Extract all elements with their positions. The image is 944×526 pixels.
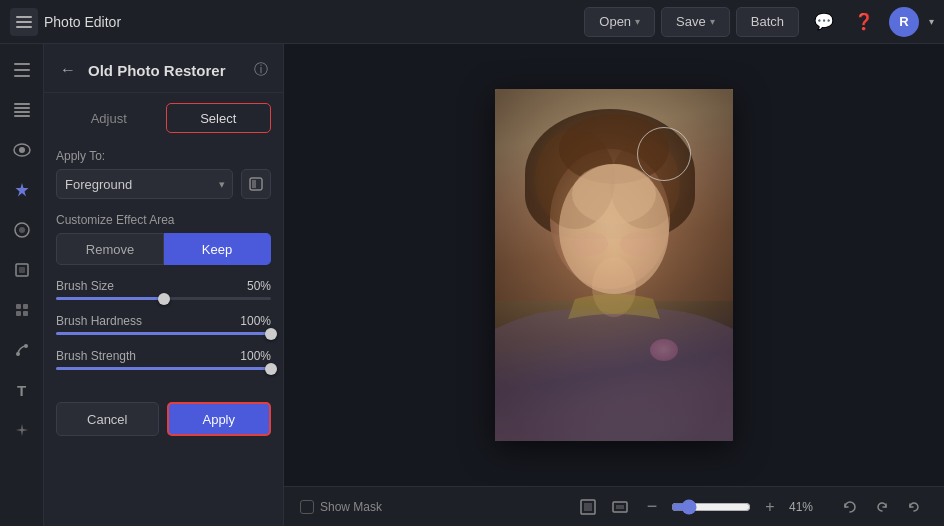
brush-size-value: 50%	[247, 279, 271, 293]
zoom-in-icon[interactable]: +	[757, 494, 783, 520]
show-mask-checkbox[interactable]	[300, 500, 314, 514]
svg-rect-5	[14, 75, 30, 77]
brush-strength-label: Brush Strength	[56, 349, 136, 363]
brush-strength-value: 100%	[240, 349, 271, 363]
tool-decor[interactable]	[4, 412, 40, 448]
svg-rect-16	[16, 304, 21, 309]
brush-circle-cursor	[637, 127, 691, 181]
topbar: Photo Editor Open ▾ Save ▾ Batch 💬 ❓ R ▾	[0, 0, 944, 44]
svg-point-13	[19, 227, 25, 233]
canvas-area: Show Mask − +	[284, 44, 944, 526]
brush-hardness-track	[56, 332, 271, 335]
batch-button[interactable]: Batch	[736, 7, 799, 37]
redo-icon[interactable]	[900, 493, 928, 521]
app-title: Photo Editor	[44, 14, 121, 30]
svg-point-11	[19, 147, 25, 153]
brush-size-thumb[interactable]	[158, 293, 170, 305]
svg-rect-19	[23, 311, 28, 316]
bottom-bar: Show Mask − +	[284, 486, 944, 526]
app-menu-icon[interactable]	[10, 8, 38, 36]
undo-icon[interactable]	[868, 493, 896, 521]
tool-adjust[interactable]	[4, 212, 40, 248]
photo-container	[495, 89, 733, 441]
zoom-slider[interactable]	[671, 499, 751, 515]
svg-rect-35	[584, 503, 592, 511]
mask-select-icon[interactable]	[241, 169, 271, 199]
show-mask-row: Show Mask	[300, 500, 382, 514]
sliders-section: Brush Size 50% Brush Hardness 100%	[56, 279, 271, 384]
svg-rect-1	[16, 21, 32, 23]
tool-frames[interactable]	[4, 252, 40, 288]
svg-rect-2	[16, 26, 32, 28]
topbar-right: 💬 ❓ R ▾	[809, 7, 934, 37]
tool-effects[interactable]	[4, 172, 40, 208]
brush-hardness-thumb[interactable]	[265, 328, 277, 340]
brush-strength-row: Brush Strength 100%	[56, 349, 271, 363]
svg-rect-3	[14, 63, 30, 65]
svg-rect-15	[19, 267, 25, 273]
open-button[interactable]: Open ▾	[584, 7, 655, 37]
nav-icons	[836, 493, 928, 521]
left-icon-bar: T	[0, 44, 44, 526]
svg-rect-23	[252, 180, 256, 188]
tool-layers[interactable]	[4, 92, 40, 128]
brush-size-row: Brush Size 50%	[56, 279, 271, 293]
tool-smart[interactable]	[4, 332, 40, 368]
brush-strength-track	[56, 367, 271, 370]
avatar[interactable]: R	[889, 7, 919, 37]
brush-hardness-label: Brush Hardness	[56, 314, 142, 328]
svg-rect-17	[23, 304, 28, 309]
brush-strength-section: Brush Strength 100%	[56, 349, 271, 370]
zoom-level: 41%	[789, 500, 824, 514]
help-icon[interactable]: ❓	[849, 7, 879, 37]
svg-rect-9	[14, 115, 30, 117]
back-button[interactable]: ←	[56, 58, 80, 82]
fit-screen-icon[interactable]	[575, 494, 601, 520]
fit-width-icon[interactable]	[607, 494, 633, 520]
tab-adjust[interactable]: Adjust	[56, 103, 162, 133]
tool-preview[interactable]	[4, 132, 40, 168]
topbar-center: Open ▾ Save ▾ Batch	[584, 7, 799, 37]
brush-hardness-row: Brush Hardness 100%	[56, 314, 271, 328]
tab-select[interactable]: Select	[166, 103, 272, 133]
zoom-out-icon[interactable]: −	[639, 494, 665, 520]
customize-section: Customize Effect Area Remove Keep	[56, 213, 271, 265]
info-button[interactable]: ⓘ	[251, 60, 271, 80]
remove-button[interactable]: Remove	[56, 233, 164, 265]
apply-to-row: Foreground Background Full Image	[56, 169, 271, 199]
zoom-controls: − + 41%	[575, 494, 824, 520]
tool-grid[interactable]	[4, 292, 40, 328]
cancel-button[interactable]: Cancel	[56, 402, 159, 436]
portrait-base	[495, 89, 733, 441]
avatar-dropdown-icon[interactable]: ▾	[929, 16, 934, 27]
svg-rect-18	[16, 311, 21, 316]
panel-header: ← Old Photo Restorer ⓘ	[44, 44, 283, 93]
chat-icon[interactable]: 💬	[809, 7, 839, 37]
save-button[interactable]: Save ▾	[661, 7, 730, 37]
svg-point-20	[24, 344, 28, 348]
svg-rect-7	[14, 111, 30, 113]
panel-body: Apply To: Foreground Background Full Ima…	[44, 139, 283, 446]
brush-hardness-fill	[56, 332, 271, 335]
show-mask-label: Show Mask	[320, 500, 382, 514]
keep-button[interactable]: Keep	[164, 233, 271, 265]
left-panel: ← Old Photo Restorer ⓘ Adjust Select App…	[44, 44, 284, 526]
apply-to-select-wrapper: Foreground Background Full Image	[56, 169, 233, 199]
apply-button[interactable]: Apply	[167, 402, 272, 436]
topbar-left: Photo Editor	[10, 8, 574, 36]
apply-to-select[interactable]: Foreground Background Full Image	[56, 169, 233, 199]
svg-rect-4	[14, 69, 30, 71]
tool-text[interactable]: T	[4, 372, 40, 408]
rotate-ccw-icon[interactable]	[836, 493, 864, 521]
brush-size-section: Brush Size 50%	[56, 279, 271, 300]
brush-size-label: Brush Size	[56, 279, 114, 293]
main-layout: T ← Old Photo Restorer ⓘ Adjust Select A…	[0, 44, 944, 526]
svg-point-21	[16, 352, 20, 356]
tool-menu[interactable]	[4, 52, 40, 88]
bottom-buttons: Cancel Apply	[56, 402, 271, 436]
customize-label: Customize Effect Area	[56, 213, 271, 227]
photo-frame	[495, 89, 733, 441]
clothing-area	[495, 301, 733, 441]
brush-size-track	[56, 297, 271, 300]
brush-strength-thumb[interactable]	[265, 363, 277, 375]
